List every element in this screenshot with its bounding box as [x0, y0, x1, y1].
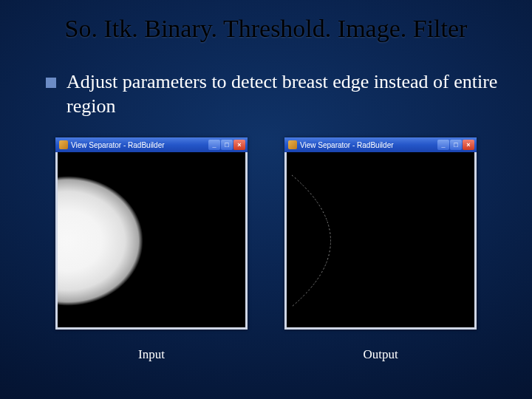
minimize-button[interactable]: _: [437, 140, 449, 150]
titlebar-input: View Separator - RadBuilder _ □ ×: [55, 137, 248, 152]
caption-input: Input: [138, 347, 165, 362]
window-output: View Separator - RadBuilder _ □ ×: [284, 137, 477, 330]
app-icon: [288, 140, 297, 149]
titlebar-output: View Separator - RadBuilder _ □ ×: [284, 137, 477, 152]
image-viewport-output: [287, 152, 474, 327]
titlebar-left: View Separator - RadBuilder: [288, 140, 394, 149]
window-input: View Separator - RadBuilder _ □ ×: [55, 137, 248, 330]
caption-output: Output: [363, 347, 398, 362]
image-viewport-input: [58, 152, 245, 327]
output-image-content: [288, 171, 384, 311]
window-title-input: View Separator - RadBuilder: [71, 141, 165, 149]
bullet-row: Adjust parameters to detect breast edge …: [46, 70, 502, 118]
figure-input: View Separator - RadBuilder _ □ × Input: [55, 137, 248, 362]
titlebar-left: View Separator - RadBuilder: [59, 140, 165, 149]
bullet-marker-icon: [46, 78, 56, 88]
input-image-content: [58, 171, 161, 311]
window-controls: _ □ ×: [208, 140, 245, 150]
figures-row: View Separator - RadBuilder _ □ × Input: [0, 137, 532, 362]
close-button[interactable]: ×: [233, 140, 245, 150]
minimize-button[interactable]: _: [208, 140, 220, 150]
figure-output: View Separator - RadBuilder _ □ ×: [284, 137, 477, 362]
app-icon: [59, 140, 68, 149]
bullet-text: Adjust parameters to detect breast edge …: [66, 70, 502, 118]
slide: So. Itk. Binary. Threshold. Image. Filte…: [0, 0, 532, 399]
close-button[interactable]: ×: [463, 140, 474, 150]
slide-title: So. Itk. Binary. Threshold. Image. Filte…: [0, 15, 532, 43]
window-title-output: View Separator - RadBuilder: [300, 141, 394, 149]
maximize-button[interactable]: □: [450, 140, 462, 150]
maximize-button[interactable]: □: [221, 140, 233, 150]
window-controls: _ □ ×: [437, 140, 474, 150]
